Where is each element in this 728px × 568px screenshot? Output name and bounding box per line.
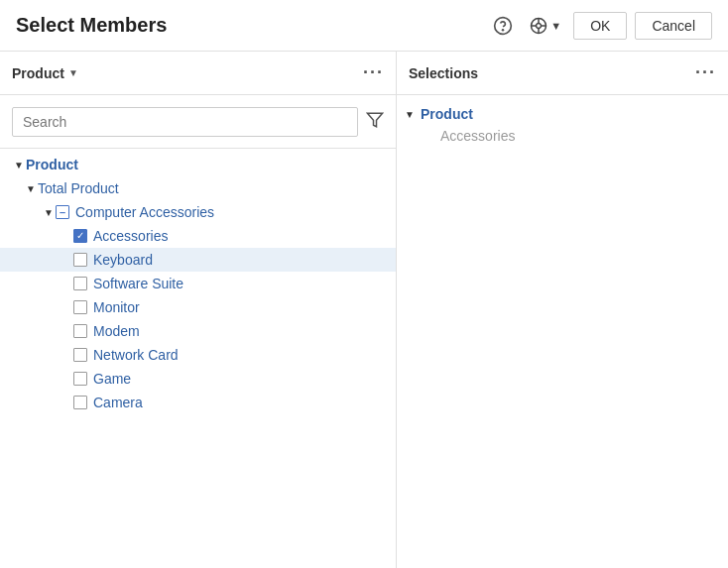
tree-item-keyboard[interactable]: Keyboard: [0, 248, 396, 272]
tree-label-monitor: Monitor: [93, 299, 140, 315]
tree-arrow-total-product: [24, 183, 38, 194]
checkbox-game[interactable]: [73, 372, 87, 386]
options-dropdown-arrow: ▼: [550, 20, 561, 32]
header-actions: ▼ OK Cancel: [489, 12, 712, 40]
options-button[interactable]: ▼: [525, 12, 565, 40]
dialog-title: Select Members: [16, 14, 489, 37]
tree-label-camera: Camera: [93, 395, 143, 410]
tree-arrow-computer-accessories: [42, 207, 56, 218]
left-panel-title-text: Product: [12, 65, 64, 81]
selection-item-product[interactable]: ▼ Product: [397, 103, 728, 125]
tree-item-software-suite[interactable]: Software Suite: [0, 272, 396, 295]
checkbox-computer-accessories[interactable]: [56, 205, 69, 219]
tree-label-keyboard: Keyboard: [93, 252, 153, 268]
left-panel-dropdown-arrow[interactable]: ▼: [68, 67, 78, 78]
tree-label-computer-accessories: Computer Accessories: [75, 204, 214, 220]
svg-marker-8: [368, 113, 383, 127]
tree-item-product[interactable]: Product: [0, 153, 396, 176]
filter-icon[interactable]: [366, 111, 384, 132]
left-panel-header: Product ▼ ···: [0, 52, 396, 95]
checkbox-network-card[interactable]: [73, 348, 87, 362]
help-icon-button[interactable]: [489, 12, 517, 40]
search-input[interactable]: [12, 107, 358, 137]
tree-label-network-card: Network Card: [93, 347, 179, 363]
tree-container[interactable]: Product Total Product Computer Accessori…: [0, 149, 396, 568]
tree-item-total-product[interactable]: Total Product: [0, 176, 396, 200]
left-panel-title: Product ▼: [12, 65, 363, 81]
checkbox-monitor[interactable]: [73, 300, 87, 314]
sel-arrow-product: ▼: [405, 109, 419, 120]
tree-label-modem: Modem: [93, 323, 140, 339]
tree-label-accessories: Accessories: [93, 228, 168, 244]
tree-item-network-card[interactable]: Network Card: [0, 343, 396, 367]
dialog-header: Select Members ▼ OK: [0, 0, 728, 52]
right-panel-title-text: Selections: [409, 65, 478, 81]
right-panel-title: Selections: [409, 65, 695, 81]
tree-item-camera[interactable]: Camera: [0, 391, 396, 414]
right-panel: Selections ··· ▼ Product Accessories: [397, 52, 728, 568]
sel-label-accessories: Accessories: [405, 128, 515, 144]
right-panel-header: Selections ···: [397, 52, 728, 95]
main-layout: Product ▼ ··· Product Tota: [0, 52, 728, 568]
tree-item-game[interactable]: Game: [0, 367, 396, 391]
tree-item-computer-accessories[interactable]: Computer Accessories: [0, 200, 396, 224]
left-panel-more-button[interactable]: ···: [363, 62, 384, 83]
search-bar: [0, 95, 396, 149]
checkbox-accessories[interactable]: [73, 229, 87, 243]
tree-item-monitor[interactable]: Monitor: [0, 295, 396, 319]
left-panel: Product ▼ ··· Product Tota: [0, 52, 397, 568]
sel-label-product: Product: [421, 106, 473, 122]
checkbox-software-suite[interactable]: [73, 277, 87, 290]
cancel-button[interactable]: Cancel: [635, 12, 712, 40]
selection-item-accessories[interactable]: Accessories: [397, 125, 728, 147]
checkbox-keyboard[interactable]: [73, 253, 87, 267]
selections-tree: ▼ Product Accessories: [397, 95, 728, 155]
tree-arrow-product: [12, 160, 26, 170]
checkbox-modem[interactable]: [73, 324, 87, 338]
tree-label-product: Product: [26, 157, 78, 172]
right-panel-more-button[interactable]: ···: [695, 62, 716, 83]
tree-label-total-product: Total Product: [38, 180, 119, 196]
ok-button[interactable]: OK: [573, 12, 627, 40]
svg-point-3: [537, 23, 542, 28]
tree-label-software-suite: Software Suite: [93, 276, 183, 291]
tree-item-accessories[interactable]: Accessories: [0, 224, 396, 248]
checkbox-camera[interactable]: [73, 396, 87, 409]
tree-item-modem[interactable]: Modem: [0, 319, 396, 343]
tree-label-game: Game: [93, 371, 131, 387]
